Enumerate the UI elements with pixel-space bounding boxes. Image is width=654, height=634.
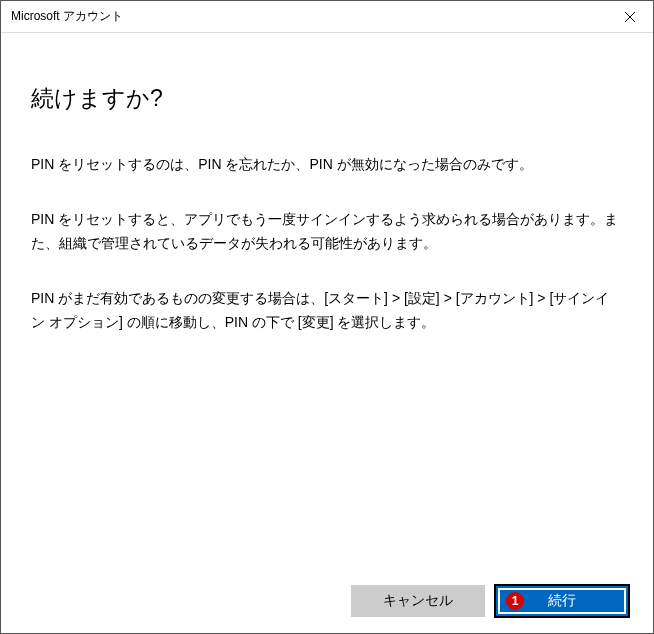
close-icon: [625, 12, 635, 22]
cancel-button[interactable]: キャンセル: [351, 585, 485, 617]
continue-button-label: 続行: [548, 592, 576, 610]
dialog-window: Microsoft アカウント 続けますか? PIN をリセットするのは、PIN…: [0, 0, 654, 634]
titlebar: Microsoft アカウント: [1, 1, 653, 33]
dialog-heading: 続けますか?: [31, 83, 623, 114]
cancel-button-label: キャンセル: [383, 592, 453, 610]
dialog-paragraph-2: PIN をリセットすると、アプリでもう一度サインインするよう求められる場合があり…: [31, 207, 623, 256]
dialog-footer: キャンセル 1 続行: [1, 569, 653, 633]
dialog-content: 続けますか? PIN をリセットするのは、PIN を忘れたか、PIN が無効にな…: [1, 33, 653, 569]
dialog-paragraph-1: PIN をリセットするのは、PIN を忘れたか、PIN が無効になった場合のみで…: [31, 152, 623, 177]
close-button[interactable]: [607, 1, 653, 32]
dialog-paragraph-3: PIN がまだ有効であるものの変更する場合は、[スタート] > [設定] > […: [31, 286, 623, 335]
annotation-badge: 1: [506, 592, 524, 610]
window-title: Microsoft アカウント: [11, 8, 123, 25]
continue-button[interactable]: 1 続行: [495, 585, 629, 617]
